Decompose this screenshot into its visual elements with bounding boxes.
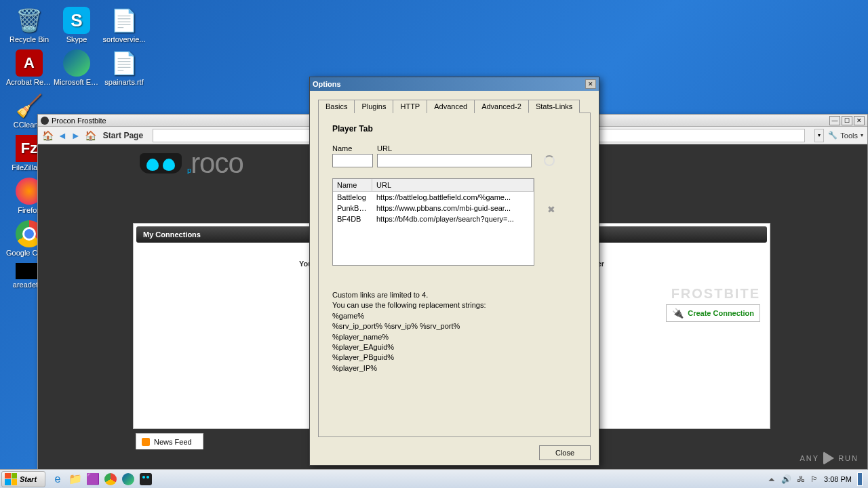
tray-network-icon[interactable]: 🖧 [797,474,805,484]
desktop-icon-recycle-bin[interactable]: 🗑️Recycle Bin [5,5,53,45]
options-close-icon[interactable]: ✕ [585,79,596,89]
options-titlebar[interactable]: Options ✕ [310,77,599,91]
desktop-icon-edge[interactable]: Microsoft Edge [53,48,100,87]
desktop-icon-skype[interactable]: SSkype [53,5,100,45]
back-icon[interactable]: ◄ [58,130,67,141]
table-row[interactable]: BF4DB https://bf4db.com/player/search?qu… [333,214,534,224]
close-button[interactable]: ✕ [854,116,865,125]
add-link-icon[interactable] [544,155,555,166]
tray-show-desktop[interactable] [857,472,863,486]
desktop-icon-rtf2[interactable]: 📄spainarts.rtf [100,48,148,87]
links-grid[interactable]: Name URL Battlelog https://battlelog.bat… [332,178,534,266]
procon-title: Procon Frostbite [52,117,106,125]
tray-volume-icon[interactable]: 🔊 [781,474,791,484]
tray-clock[interactable]: 3:08 PM [824,475,852,483]
news-feed-tab[interactable]: News Feed [136,433,203,449]
tray-flag-icon[interactable]: 🏳 [810,474,818,484]
plug-icon: 🔌 [672,308,684,319]
desktop-icon-rtf1[interactable]: 📄sortovervie... [100,5,148,45]
maximize-button[interactable]: ☐ [842,116,852,125]
tab-plugins[interactable]: Plugins [354,100,393,113]
delete-link-icon[interactable]: ✖ [547,204,555,215]
close-button[interactable]: Close [539,445,591,460]
taskbar-edge-icon[interactable] [120,472,136,487]
page-title: Start Page [103,131,143,140]
player-tab-header: Player Tab [332,124,576,134]
create-connection-button[interactable]: 🔌 Create Connection [666,304,760,322]
wrench-icon: 🔧 [828,131,837,140]
address-dropdown[interactable]: ▾ [814,129,824,142]
grid-header-url[interactable]: URL [372,179,534,191]
tools-menu[interactable]: 🔧 Tools ▾ [828,131,863,140]
taskbar-ie-icon[interactable]: e [50,472,66,487]
rss-icon [142,438,150,446]
taskbar-chrome-icon[interactable] [102,472,119,487]
taskbar-explorer-icon[interactable]: 📁 [67,472,83,487]
procon-app-icon [41,117,49,125]
tab-stats-links[interactable]: Stats-Links [528,100,580,113]
start-button[interactable]: Start [1,471,45,487]
grid-header-name[interactable]: Name [333,179,372,191]
home-icon-2[interactable]: 🏠 [85,130,96,141]
tab-basics[interactable]: Basics [318,100,355,113]
options-title: Options [313,80,341,88]
tray-expand-icon[interactable]: ⏶ [768,474,776,484]
tab-http[interactable]: HTTP [393,100,427,113]
tab-advanced[interactable]: Advanced [427,100,475,113]
minimize-button[interactable]: — [829,116,840,125]
table-row[interactable]: Battlelog https://battlelog.battlefield.… [333,192,534,203]
tab-advanced-2[interactable]: Advanced-2 [474,100,529,113]
options-dialog: Options ✕ Basics Plugins HTTP Advanced A… [309,77,599,466]
taskbar: Start e 📁 🟪 ⏶ 🔊 🖧 🏳 3:08 PM [0,469,868,488]
taskbar-app-icon[interactable]: 🟪 [85,472,101,487]
help-text: Custom links are limited to 4. You can u… [332,290,576,373]
url-input[interactable] [377,154,532,167]
name-input[interactable] [332,154,373,167]
procon-logo: proco [140,147,243,180]
url-label: URL [377,144,532,152]
taskbar-procon-icon[interactable] [138,472,154,487]
frostbite-label: FROSTBITE [671,286,760,302]
desktop-icon-acrobat[interactable]: AAcrobat Reader D [5,48,53,87]
name-label: Name [332,144,373,152]
table-row[interactable]: PunkBu... https://www.pbbans.com/mbi-gui… [333,203,534,214]
home-icon[interactable]: 🏠 [42,130,54,141]
options-tabs: Basics Plugins HTTP Advanced Advanced-2 … [318,99,591,113]
system-tray: ⏶ 🔊 🖧 🏳 3:08 PM [762,472,868,486]
forward-icon[interactable]: ► [71,130,81,141]
